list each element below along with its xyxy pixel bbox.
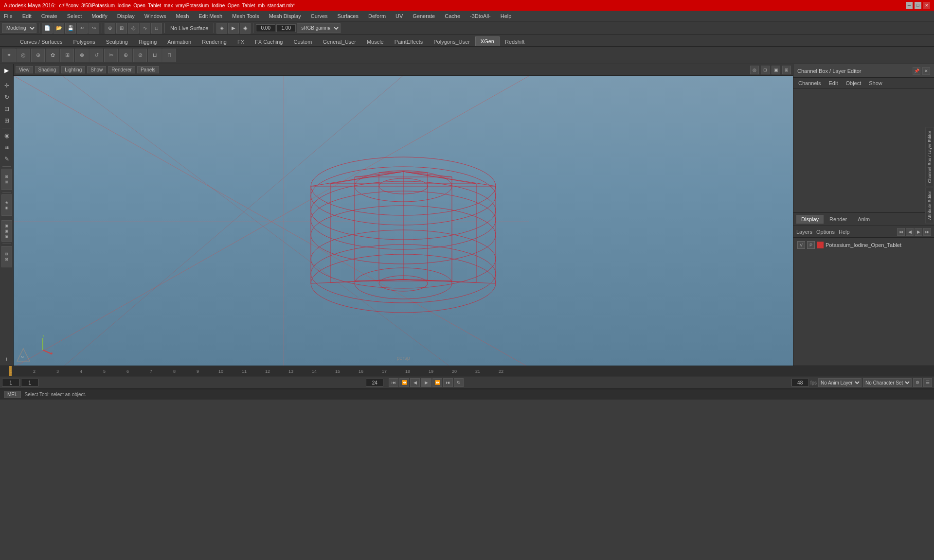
colorspace-dropdown[interactable]: sRGB gamma [297, 23, 341, 33]
shelf-icon-3[interactable]: ⊕ [31, 49, 45, 62]
attr-editor-side-tab[interactable]: Attribute Editor [925, 188, 934, 224]
vp-icon-1[interactable]: ◎ [750, 66, 759, 74]
cb-tab-edit[interactable]: Edit [826, 79, 840, 87]
maximize-button[interactable]: □ [915, 2, 921, 9]
shelf-icon-5[interactable]: ⊞ [60, 49, 74, 62]
new-file-btn[interactable]: 📄 [42, 23, 53, 34]
snap-point-btn[interactable]: ◎ [128, 23, 139, 34]
vp-shading-btn[interactable]: Shading [35, 66, 60, 73]
vp-icon-4[interactable]: ⊞ [782, 66, 791, 74]
vp-icon-2[interactable]: ⊡ [761, 66, 770, 74]
lt-group-1[interactable]: ⊞ ⊞ [1, 169, 12, 190]
shelf-icon-9[interactable]: ⊕ [119, 49, 132, 62]
lt-group-4[interactable]: ⊠ ⊠ [1, 246, 12, 267]
vp-panels-btn[interactable]: Panels [137, 66, 159, 73]
goto-end-btn[interactable]: ⏭ [443, 378, 453, 387]
goto-start-btn[interactable]: ⏮ [389, 378, 398, 387]
vp-lighting-btn[interactable]: Lighting [61, 66, 85, 73]
menu-mesh[interactable]: Mesh [174, 12, 191, 20]
layer-color-swatch[interactable] [817, 242, 824, 248]
anim-layer-dropdown[interactable]: No Anim Layer [818, 378, 862, 387]
menu-meshdisplay[interactable]: Mesh Display [267, 12, 303, 20]
disp-tab-anim[interactable]: Anim [853, 215, 875, 224]
menu-curves[interactable]: Curves [309, 12, 330, 20]
shelf-tab-rigging[interactable]: Rigging [133, 37, 162, 46]
current-frame-input[interactable] [21, 379, 38, 386]
vp-icon-3[interactable]: ▣ [772, 66, 780, 74]
shelf-tab-fx[interactable]: FX [232, 37, 250, 46]
snap-surface-btn[interactable]: □ [151, 23, 162, 34]
loop-btn[interactable]: ↻ [454, 378, 464, 387]
menu-deform[interactable]: Deform [366, 12, 388, 20]
layer-nav-next-btn[interactable]: ▶ [915, 228, 922, 236]
layer-nav-last-btn[interactable]: ⏭ [923, 228, 931, 236]
options-btn[interactable]: Options [816, 229, 835, 235]
select-tool-btn[interactable]: ▶ [1, 65, 12, 76]
char-set-settings-btn[interactable]: ⚙ [913, 378, 922, 387]
layer-nav-prev-btn[interactable]: ◀ [906, 228, 914, 236]
rotate-tool-btn[interactable]: ↻ [1, 92, 12, 103]
shelf-icon-4[interactable]: ✿ [46, 49, 59, 62]
layer-nav-first-btn[interactable]: ⏮ [897, 228, 905, 236]
sculpt-btn[interactable]: ≋ [1, 142, 12, 153]
channel-box-side-tab[interactable]: Channel Box / Layer Editor [925, 127, 934, 187]
cb-tab-channels[interactable]: Channels [796, 79, 823, 87]
lt-group-2[interactable]: ◈ ◉ [1, 194, 12, 216]
shelf-tab-redshift[interactable]: Redshift [500, 37, 530, 46]
menu-file[interactable]: File [2, 12, 15, 20]
more-btn[interactable]: + [1, 354, 12, 365]
undo-btn[interactable]: ↩ [77, 23, 88, 34]
close-button[interactable]: ✕ [923, 2, 930, 9]
shelf-icon-1[interactable]: ✦ [2, 49, 16, 62]
shelf-tab-animation[interactable]: Animation [162, 37, 197, 46]
scale-tool-btn[interactable]: ⊡ [1, 104, 12, 114]
shelf-icon-10[interactable]: ⊘ [133, 49, 147, 62]
redo-btn[interactable]: ↪ [89, 23, 99, 34]
snap-grid-btn[interactable]: ⊞ [116, 23, 127, 34]
char-set-dropdown[interactable]: No Character Set [863, 378, 912, 387]
shelf-tab-sculpting[interactable]: Sculpting [101, 37, 133, 46]
shelf-icon-11[interactable]: ⊔ [148, 49, 162, 62]
minimize-button[interactable]: ─ [906, 2, 913, 9]
disp-tab-display[interactable]: Display [796, 215, 824, 224]
menu-3dtoall[interactable]: -3DtoAll- [468, 12, 493, 20]
right-panel-pin-btn[interactable]: 📌 [913, 67, 920, 75]
start-frame-input[interactable] [2, 379, 19, 386]
layer-visibility-toggle[interactable]: V [797, 241, 805, 249]
menu-display[interactable]: Display [115, 12, 137, 20]
mode-dropdown[interactable]: Modeling [2, 23, 36, 33]
menu-select[interactable]: Select [65, 12, 84, 20]
cb-tab-show[interactable]: Show [867, 79, 884, 87]
shelf-tab-curves-surfaces[interactable]: Curves / Surfaces [15, 37, 68, 46]
shelf-tab-rendering[interactable]: Rendering [197, 37, 232, 46]
menu-windows[interactable]: Windows [143, 12, 168, 20]
vp-view-btn[interactable]: View [16, 66, 33, 73]
menu-meshtools[interactable]: Mesh Tools [230, 12, 261, 20]
shelf-icon-8[interactable]: ✂ [104, 49, 118, 62]
play-fwd-btn[interactable]: ▶ [421, 378, 431, 387]
transform-btn[interactable]: ⊞ [1, 115, 12, 126]
end-range-input[interactable] [366, 379, 383, 386]
value2-input[interactable] [276, 24, 296, 32]
step-back-btn[interactable]: ⏪ [399, 378, 409, 387]
shelf-icon-7[interactable]: ↺ [90, 49, 103, 62]
shelf-tab-xgen[interactable]: XGen [475, 36, 500, 46]
shelf-icon-12[interactable]: ⊓ [162, 49, 176, 62]
menu-uv[interactable]: UV [394, 12, 405, 20]
render-btn[interactable]: ▶ [228, 23, 239, 34]
shelf-icon-6[interactable]: ⊗ [75, 49, 89, 62]
char-set-extra-btn[interactable]: ☰ [923, 378, 932, 387]
layer-playback-toggle[interactable]: P [807, 241, 815, 249]
help-btn[interactable]: Help [839, 229, 850, 235]
menu-modify[interactable]: Modify [90, 12, 109, 20]
play-back-btn[interactable]: ◀ [410, 378, 420, 387]
save-file-btn[interactable]: 💾 [65, 23, 76, 34]
soft-select-btn[interactable]: ◉ [1, 130, 12, 141]
menu-create[interactable]: Create [39, 12, 59, 20]
paint-btn[interactable]: ✎ [1, 154, 12, 164]
shelf-tab-custom[interactable]: Custom [288, 37, 318, 46]
menu-cache[interactable]: Cache [443, 12, 462, 20]
cb-tab-object[interactable]: Object [844, 79, 863, 87]
shelf-icon-2[interactable]: ◎ [17, 49, 30, 62]
shelf-tab-painteffects[interactable]: PaintEffects [389, 37, 429, 46]
